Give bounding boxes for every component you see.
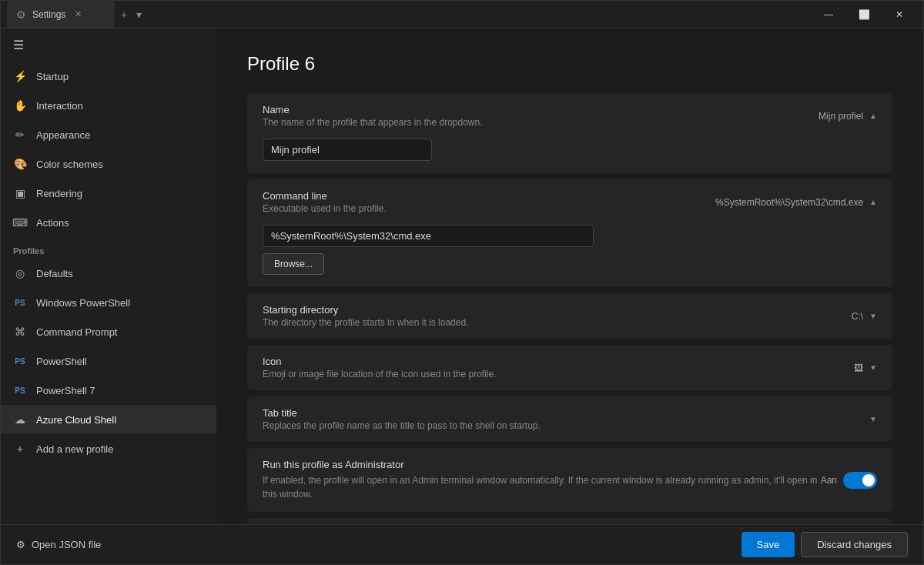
color-schemes-icon: 🎨 [13,157,27,171]
command-line-body: Browse... [247,225,892,287]
sidebar-item-color-schemes[interactable]: 🎨 Color schemes [1,149,216,179]
hide-section: Hide profile from dropdown If enabled, t… [247,518,892,524]
sidebar: ☰ ⚡ Startup ✋ Interaction ✏ Appearance 🎨… [1,28,216,524]
starting-directory-value: C:\ [852,311,863,322]
sidebar-item-command-prompt[interactable]: ⌘ Command Prompt [1,317,216,346]
command-line-current-value: %SystemRoot%\System32\cmd.exe [715,197,863,208]
hamburger-button[interactable]: ☰ [1,28,216,62]
powershell7-icon: PS [13,383,27,397]
sidebar-item-powershell[interactable]: PS PowerShell [1,346,216,376]
tab-title-chevron-icon: ▼ [869,415,877,423]
command-line-label: Command line [263,190,387,202]
sidebar-item-rendering-label: Rendering [36,188,82,199]
command-line-desc: Executable used in the profile. [263,203,387,214]
name-section-header[interactable]: Name The name of the profile that appear… [247,93,892,139]
sidebar-item-powershell7[interactable]: PS PowerShell 7 [1,376,216,405]
starting-directory-label: Starting directory [263,304,468,316]
sidebar-item-powershell-label: PowerShell [36,356,87,367]
sidebar-item-appearance[interactable]: ✏ Appearance [1,120,216,149]
admin-toggle-container: Aan [821,472,877,489]
close-tab-icon[interactable]: ✕ [75,9,82,19]
sidebar-item-windows-powershell[interactable]: PS Windows PowerShell [1,288,216,317]
icon-header[interactable]: Icon Emoji or image file location of the… [247,345,892,390]
sidebar-item-startup[interactable]: ⚡ Startup [1,62,216,91]
command-line-input[interactable] [263,225,594,247]
name-label: Name [263,104,483,115]
command-line-header[interactable]: Command line Executable used in the prof… [247,179,892,225]
startup-icon: ⚡ [13,69,27,83]
name-input[interactable] [263,139,432,161]
powershell-icon: PS [13,354,27,368]
sidebar-item-interaction[interactable]: ✋ Interaction [1,91,216,120]
icon-value: 🖼 [854,363,863,373]
close-button[interactable]: ✕ [882,1,917,28]
add-profile-label: Add a new profile [36,443,113,455]
sidebar-item-interaction-label: Interaction [36,100,83,112]
starting-directory-section: Starting directory The directory the pro… [247,293,892,339]
tab-title-section: Tab title Replaces the profile name as t… [247,396,892,442]
admin-section: Run this profile as Administrator If ena… [247,448,892,512]
sidebar-item-windows-powershell-label: Windows PowerShell [36,297,130,309]
name-section-header-left: Name The name of the profile that appear… [263,104,483,128]
page-title: Profile 6 [247,53,892,75]
interaction-icon: ✋ [13,99,27,112]
icon-desc: Emoji or image file location of the icon… [263,369,497,379]
tab-title-header[interactable]: Tab title Replaces the profile name as t… [247,396,892,442]
sidebar-item-defaults-label: Defaults [36,268,73,279]
minimize-button[interactable]: — [811,1,846,28]
sidebar-item-color-schemes-label: Color schemes [36,159,103,170]
settings-tab-title: Settings [32,9,65,20]
tab-dropdown-button[interactable]: ▾ [136,8,142,21]
app-window: ⚙ Settings ✕ + ▾ — ⬜ ✕ ☰ ⚡ Startup ✋ Int… [0,0,924,565]
command-line-value-display: %SystemRoot%\System32\cmd.exe ▲ [715,197,877,208]
sidebar-item-rendering[interactable]: ▣ Rendering [1,179,216,208]
starting-directory-desc: The directory the profile starts in when… [263,317,468,328]
open-json-button[interactable]: ⚙ Open JSON file [16,539,101,550]
starting-directory-header[interactable]: Starting directory The directory the pro… [247,293,892,339]
name-value-display: Mijn profiel ▲ [819,111,877,122]
admin-desc: If enabled, the profile will open in an … [263,473,821,501]
profiles-section-label: Profiles [1,237,216,259]
admin-toggle[interactable] [843,472,877,489]
sidebar-item-azure-cloud-shell[interactable]: ☁ Azure Cloud Shell [1,405,216,434]
tab-title-header-left: Tab title Replaces the profile name as t… [263,407,541,431]
discard-button[interactable]: Discard changes [801,532,908,557]
main-layout: ☰ ⚡ Startup ✋ Interaction ✏ Appearance 🎨… [1,28,923,524]
settings-tab[interactable]: ⚙ Settings ✕ [7,1,115,28]
command-line-section: Command line Executable used in the prof… [247,179,892,287]
command-line-header-left: Command line Executable used in the prof… [263,190,387,214]
new-tab-button[interactable]: + [121,8,127,21]
icon-label: Icon [263,356,497,367]
window-controls: — ⬜ ✕ [811,1,917,28]
settings-tab-icon: ⚙ [16,8,26,21]
footer: ⚙ Open JSON file Save Discard changes [1,524,923,564]
icon-chevron-icon: ▼ [869,363,877,372]
maximize-button[interactable]: ⬜ [846,1,882,28]
icon-value-display: 🖼 ▼ [854,363,877,373]
command-prompt-icon: ⌘ [13,325,27,339]
content-area: Profile 6 Name The name of the profile t… [216,28,923,524]
save-button[interactable]: Save [742,532,795,557]
starting-directory-header-left: Starting directory The directory the pro… [263,304,468,328]
tab-title-label: Tab title [263,407,541,419]
defaults-icon: ◎ [13,266,27,280]
admin-row: Run this profile as Administrator If ena… [247,448,892,512]
sidebar-item-powershell7-label: PowerShell 7 [36,385,95,396]
windows-powershell-icon: PS [13,296,27,309]
command-line-chevron-icon: ▲ [869,198,877,206]
name-chevron-icon: ▲ [869,112,877,120]
icon-header-left: Icon Emoji or image file location of the… [263,356,497,379]
admin-toggle-label: Aan [821,475,837,486]
browse-button[interactable]: Browse... [263,253,324,275]
name-desc: The name of the profile that appears in … [263,117,483,128]
footer-actions: Save Discard changes [742,532,908,557]
sidebar-item-defaults[interactable]: ◎ Defaults [1,259,216,288]
open-json-icon: ⚙ [16,539,25,550]
add-new-profile-button[interactable]: + Add a new profile [1,434,216,463]
tab-title-desc: Replaces the profile name as the title t… [263,420,541,431]
starting-directory-value-display: C:\ ▼ [852,311,877,322]
actions-icon: ⌨ [13,216,27,229]
sidebar-item-startup-label: Startup [36,71,69,82]
sidebar-item-actions[interactable]: ⌨ Actions [1,208,216,237]
sidebar-item-azure-cloud-shell-label: Azure Cloud Shell [36,414,116,426]
